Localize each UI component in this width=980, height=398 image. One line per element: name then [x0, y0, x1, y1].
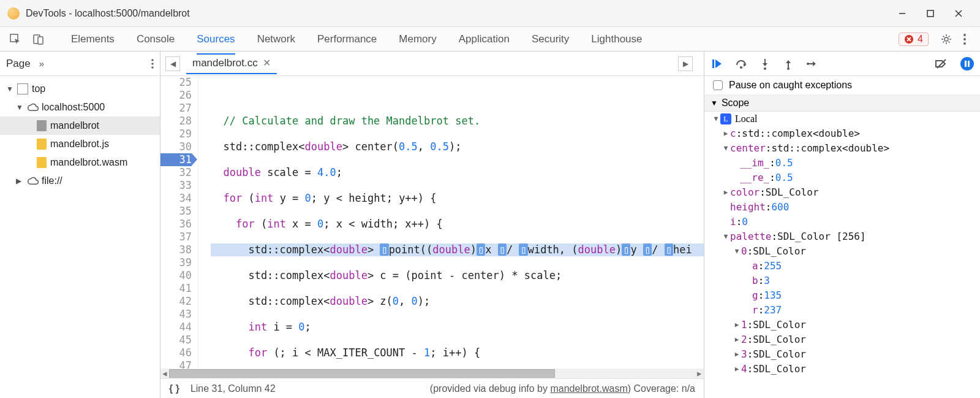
file-tree[interactable]: ▼top ▼localhost:5000 mandelbrot mandelbr…	[0, 76, 160, 398]
tab-network[interactable]: Network	[257, 28, 295, 50]
more-icon[interactable]	[956, 34, 974, 45]
error-badge[interactable]: 4	[899, 33, 929, 46]
close-tab-icon[interactable]: ✕	[263, 57, 271, 69]
window-title: DevTools - localhost:5000/mandelbrot	[26, 8, 190, 19]
error-count: 4	[918, 34, 923, 45]
tab-security[interactable]: Security	[532, 28, 569, 50]
deactivate-breakpoints-icon[interactable]	[935, 58, 948, 70]
var-palette-4[interactable]: ▶4: SDL_Color	[704, 362, 980, 377]
tab-elements[interactable]: Elements	[71, 28, 115, 50]
file-tab-mandelbrot-cc[interactable]: mandelbrot.cc ✕	[186, 53, 277, 74]
devtools-icon	[7, 7, 20, 20]
close-button[interactable]	[944, 4, 973, 23]
var-palette-0-a[interactable]: a: 255	[704, 259, 980, 274]
svg-point-10	[963, 38, 966, 40]
source-editor: ◀ mandelbrot.cc ✕ ▶ 252627282930 31 3233…	[160, 52, 704, 398]
navigator-tab-page[interactable]: Page	[6, 58, 31, 70]
svg-rect-6	[38, 37, 43, 44]
var-palette-3[interactable]: ▶3: SDL_Color	[704, 347, 980, 362]
tab-sources[interactable]: Sources	[197, 28, 235, 50]
pause-on-caught-checkbox[interactable]	[713, 80, 723, 90]
scope-local-header[interactable]: ▼LLocal	[704, 112, 980, 126]
var-c[interactable]: ▶c: std::complex<double>	[704, 126, 980, 141]
tab-memory[interactable]: Memory	[399, 28, 436, 50]
var-palette-0-r[interactable]: r: 237	[704, 303, 980, 318]
var-palette-1[interactable]: ▶1: SDL_Color	[704, 318, 980, 332]
tab-console[interactable]: Console	[137, 28, 175, 50]
tree-file-mandelbrot[interactable]: mandelbrot	[0, 117, 160, 135]
file-tab-label: mandelbrot.cc	[192, 57, 258, 69]
pause-on-caught-row[interactable]: Pause on caught exceptions	[704, 76, 980, 95]
editor-nav-fwd-icon[interactable]: ▶	[678, 56, 693, 71]
scope-variables[interactable]: ▼LLocal ▶c: std::complex<double> ▼center…	[704, 112, 980, 398]
settings-icon[interactable]	[937, 33, 956, 45]
pretty-print-icon[interactable]: { }	[169, 383, 179, 394]
step-out-icon[interactable]	[783, 58, 794, 70]
var-center-im[interactable]: __im_: 0.5	[704, 156, 980, 170]
var-i[interactable]: i: 0	[704, 215, 980, 229]
svg-point-11	[963, 42, 966, 45]
step-over-icon[interactable]	[735, 58, 747, 70]
svg-point-22	[807, 63, 809, 65]
var-palette-0-g[interactable]: g: 135	[704, 288, 980, 303]
tab-lighthouse[interactable]: Lighthouse	[591, 28, 642, 50]
editor-nav-back-icon[interactable]: ◀	[165, 56, 180, 71]
pause-on-caught-label: Pause on caught exceptions	[729, 80, 852, 91]
var-color[interactable]: ▶color: SDL_Color	[704, 185, 980, 200]
var-center[interactable]: ▼center: std::complex<double>	[704, 141, 980, 156]
svg-point-14	[151, 66, 154, 69]
var-height[interactable]: height: 600	[704, 200, 980, 215]
svg-rect-15	[712, 59, 714, 68]
svg-point-18	[764, 67, 766, 70]
sources-navigator: Page » ▼top ▼localhost:5000 mandelbrot m…	[0, 52, 160, 398]
window-titlebar: DevTools - localhost:5000/mandelbrot	[0, 0, 980, 27]
var-palette[interactable]: ▼palette: SDL_Color [256]	[704, 229, 980, 244]
horizontal-scrollbar[interactable]: ◂ ▸	[160, 369, 704, 378]
tab-performance[interactable]: Performance	[317, 28, 377, 50]
svg-point-20	[787, 67, 790, 70]
tree-node-file-scheme[interactable]: ▶file://	[0, 172, 160, 190]
debug-info-link[interactable]: mandelbrot.wasm	[550, 383, 627, 394]
device-toolbar-icon[interactable]	[29, 30, 48, 48]
tree-node-host[interactable]: ▼localhost:5000	[0, 98, 160, 117]
cursor-position: Line 31, Column 42	[190, 383, 276, 394]
debugger-toolbar	[704, 52, 980, 76]
file-icon	[37, 157, 47, 168]
svg-point-12	[151, 59, 154, 61]
cloud-icon	[27, 175, 38, 186]
tree-node-top[interactable]: ▼top	[0, 80, 160, 98]
scope-header[interactable]: ▼Scope	[704, 95, 980, 112]
svg-point-9	[963, 34, 966, 36]
debugger-panel: Pause on caught exceptions ▼Scope ▼LLoca…	[704, 52, 980, 398]
step-into-icon[interactable]	[760, 58, 771, 70]
step-icon[interactable]	[806, 58, 818, 70]
inspect-element-icon[interactable]	[6, 30, 24, 48]
navigator-menu-icon[interactable]	[151, 59, 154, 69]
var-palette-0[interactable]: ▼0: SDL_Color	[704, 244, 980, 259]
pause-on-exceptions-icon[interactable]	[960, 57, 974, 71]
svg-point-13	[151, 63, 154, 65]
navigator-more-tabs-icon[interactable]: »	[39, 58, 44, 69]
svg-rect-24	[965, 61, 967, 67]
editor-status-bar: { } Line 31, Column 42 (provided via deb…	[160, 378, 704, 398]
code-content[interactable]: // Calculate and draw the Mandelbrot set…	[198, 76, 704, 369]
resume-icon[interactable]	[710, 58, 723, 70]
cloud-icon	[27, 102, 38, 113]
devtools-toolbar: Elements Console Sources Network Perform…	[0, 27, 980, 52]
var-palette-0-b[interactable]: b: 3	[704, 274, 980, 288]
code-editor[interactable]: 252627282930 31 323334353637383940414243…	[160, 76, 704, 369]
file-icon	[37, 139, 47, 150]
file-icon	[37, 120, 47, 131]
line-gutter[interactable]: 252627282930 31 323334353637383940414243…	[160, 76, 198, 369]
var-palette-2[interactable]: ▶2: SDL_Color	[704, 332, 980, 347]
var-center-re[interactable]: __re_: 0.5	[704, 170, 980, 185]
svg-point-8	[944, 37, 948, 41]
svg-rect-25	[968, 61, 970, 67]
svg-rect-1	[927, 10, 933, 17]
svg-point-16	[740, 66, 742, 69]
maximize-button[interactable]	[916, 4, 944, 23]
tree-file-mandelbrot-wasm[interactable]: mandelbrot.wasm	[0, 153, 160, 172]
minimize-button[interactable]	[888, 4, 916, 23]
tree-file-mandelbrot-js[interactable]: mandelbrot.js	[0, 135, 160, 153]
tab-application[interactable]: Application	[459, 28, 510, 50]
